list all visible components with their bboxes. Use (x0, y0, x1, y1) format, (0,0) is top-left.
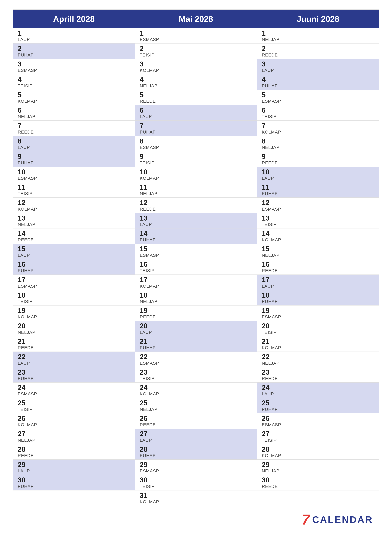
day-name: PÜHAP (140, 345, 252, 350)
day-name: KOLMAP (262, 237, 374, 242)
day-number: 1 (140, 29, 252, 37)
day-row: 8NELJAP (257, 136, 379, 151)
day-name: PÜHAP (262, 83, 374, 88)
day-row: 4NELJAP (135, 74, 257, 90)
day-number: 20 (18, 322, 130, 330)
day-name: TEISIP (18, 407, 130, 412)
day-row: 9TEISIP (135, 151, 257, 167)
day-number: 5 (140, 91, 252, 99)
day-name: NELJAP (140, 299, 252, 304)
day-row: 1NELJAP (257, 28, 379, 44)
calendar-table: Aprill 2028Mai 2028Juuni 2028 1LAUP2PÜHA… (13, 9, 379, 506)
day-name: TEISIP (140, 52, 252, 58)
day-row: 14KOLMAP (257, 228, 379, 244)
day-name: ESMASP (18, 68, 130, 73)
day-name: TEISIP (18, 191, 130, 196)
day-number: 12 (262, 199, 374, 206)
day-row: 24LAUP (257, 383, 379, 398)
day-number: 4 (262, 76, 374, 83)
day-row: 28REEDE (13, 444, 135, 460)
day-number: 22 (140, 353, 252, 361)
day-row: 12KOLMAP (13, 197, 135, 213)
day-number: 21 (18, 338, 130, 345)
day-row: 30TEISIP (135, 475, 257, 490)
day-row: 27TEISIP (257, 429, 379, 444)
day-name: TEISIP (262, 222, 374, 227)
day-row: 2PÜHAP (13, 44, 135, 59)
day-number: 26 (262, 415, 374, 422)
day-row: 18PÜHAP (257, 290, 379, 306)
day-row: 12ESMASP (257, 197, 379, 213)
day-number: 30 (18, 476, 130, 484)
day-row: 31KOLMAP (135, 490, 257, 506)
day-name: PÜHAP (18, 161, 130, 166)
day-row: 24KOLMAP (135, 383, 257, 398)
day-name: REEDE (140, 207, 252, 212)
logo-container: 7CALENDAR (13, 506, 379, 530)
day-name: ESMASP (262, 99, 374, 104)
day-name: PÜHAP (262, 191, 374, 196)
day-name: REEDE (140, 422, 252, 427)
day-name: REEDE (140, 314, 252, 319)
day-name: KOLMAP (140, 176, 252, 181)
day-name: PÜHAP (262, 299, 374, 304)
day-name: KOLMAP (140, 499, 252, 504)
month-column-2: 1NELJAP2REEDE3LAUP4PÜHAP5ESMASP6TEISIP7K… (257, 28, 379, 506)
day-name: ESMASP (18, 391, 130, 396)
day-row: 7KOLMAP (257, 121, 379, 136)
day-row: 15ESMASP (135, 244, 257, 259)
day-number: 15 (18, 245, 130, 253)
day-row: 19REEDE (135, 306, 257, 321)
day-row: 21REEDE (13, 336, 135, 352)
day-row: 10ESMASP (13, 167, 135, 182)
day-name: REEDE (262, 268, 374, 273)
day-row: 11PÜHAP (257, 182, 379, 197)
day-name: TEISIP (140, 161, 252, 166)
day-name: TEISIP (140, 268, 252, 273)
day-name: NELJAP (262, 145, 374, 150)
day-row: 25PÜHAP (257, 398, 379, 413)
day-name: PÜHAP (18, 52, 130, 58)
day-number: 28 (262, 445, 374, 453)
day-row: 30REEDE (257, 475, 379, 490)
day-name: KOLMAP (18, 207, 130, 212)
day-row: 10LAUP (257, 167, 379, 182)
day-name: NELJAP (140, 83, 252, 88)
day-number: 8 (18, 137, 130, 145)
day-number: 19 (18, 307, 130, 314)
day-number: 21 (140, 338, 252, 345)
day-name: PÜHAP (140, 130, 252, 135)
day-row: 15NELJAP (257, 244, 379, 259)
day-row: 19KOLMAP (13, 306, 135, 321)
day-name: KOLMAP (140, 391, 252, 396)
month-column-0: 1LAUP2PÜHAP3ESMASP4TEISIP5KOLMAP6NELJAP7… (13, 28, 135, 506)
day-number: 11 (140, 183, 252, 191)
day-number: 14 (262, 230, 374, 237)
day-name: NELJAP (18, 438, 130, 443)
day-name: KOLMAP (262, 345, 374, 350)
day-number: 17 (18, 276, 130, 284)
day-name: ESMASP (140, 468, 252, 474)
day-number: 6 (262, 106, 374, 114)
day-name: LAUP (18, 468, 130, 474)
day-number: 26 (140, 415, 252, 422)
day-row (13, 490, 135, 502)
day-name: TEISIP (262, 438, 374, 443)
day-name: LAUP (262, 176, 374, 181)
day-number: 25 (262, 399, 374, 407)
calendar-header: Aprill 2028Mai 2028Juuni 2028 (13, 10, 379, 28)
day-row: 16PÜHAP (13, 259, 135, 275)
day-row (257, 490, 379, 502)
day-number: 23 (262, 368, 374, 376)
day-name: TEISIP (140, 484, 252, 489)
day-number: 3 (18, 60, 130, 68)
day-row: 5KOLMAP (13, 90, 135, 105)
day-row: 17LAUP (257, 275, 379, 290)
day-row: 2TEISIP (135, 44, 257, 59)
day-name: PÜHAP (140, 453, 252, 458)
day-row: 13TEISIP (257, 213, 379, 228)
day-name: NELJAP (262, 37, 374, 42)
day-name: NELJAP (18, 222, 130, 227)
day-number: 19 (262, 307, 374, 314)
day-name: REEDE (262, 161, 374, 166)
